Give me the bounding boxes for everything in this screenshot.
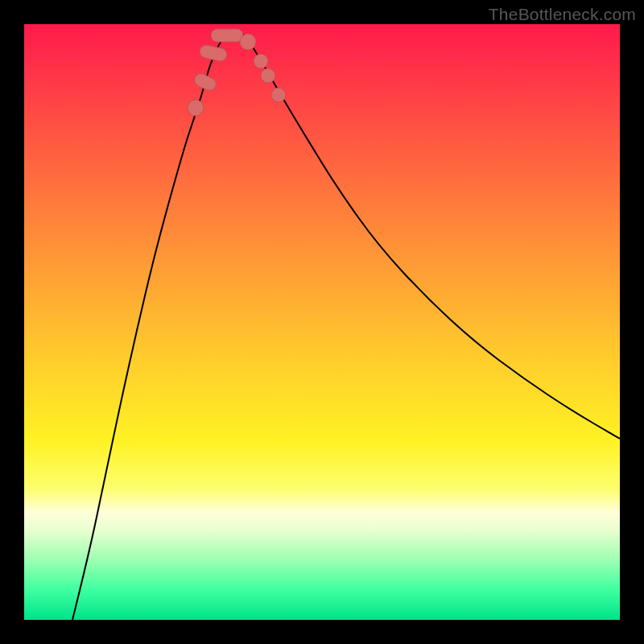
curve-marker <box>192 72 218 93</box>
curve-marker <box>271 88 286 102</box>
curve-marker <box>261 68 275 83</box>
curve-marker <box>188 100 204 116</box>
marker-group <box>188 29 286 116</box>
curve-marker <box>211 29 243 42</box>
curve-marker <box>254 54 268 68</box>
bottleneck-curve <box>72 31 620 620</box>
curve-path <box>72 31 620 620</box>
curve-marker <box>199 44 229 63</box>
chart-frame: TheBottleneck.com <box>0 0 644 644</box>
curve-svg <box>24 24 620 620</box>
curve-marker <box>240 34 256 50</box>
plot-area <box>24 24 620 620</box>
watermark-text: TheBottleneck.com <box>489 5 636 24</box>
